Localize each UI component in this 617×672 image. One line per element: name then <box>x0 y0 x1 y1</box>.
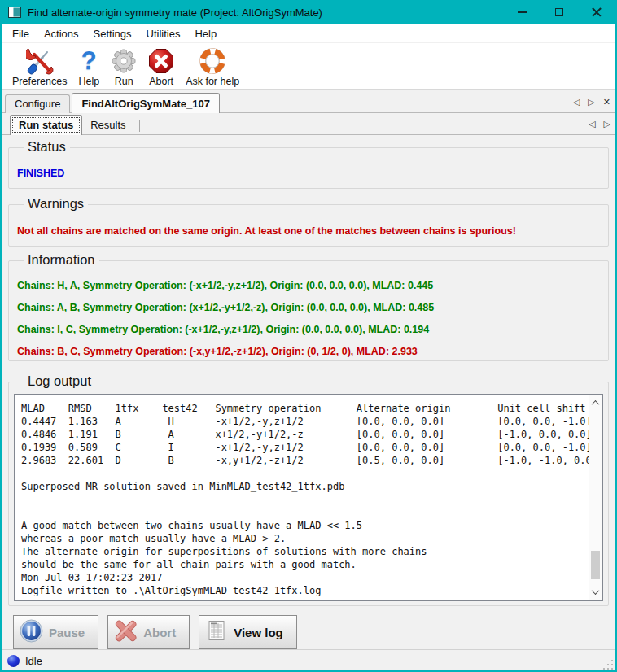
subtab-scroll-right-icon[interactable]: ▷ <box>604 120 610 129</box>
question-mark-icon: ? <box>81 46 97 76</box>
maximize-icon <box>555 8 563 16</box>
status-bar: Idle <box>2 649 615 672</box>
information-groupbox: Information Chains: H, A, Symmetry Opera… <box>8 260 609 361</box>
pause-button[interactable]: Pause <box>13 615 98 649</box>
status-groupbox: Status FINISHED <box>8 147 609 189</box>
minimize-icon <box>518 11 527 13</box>
abort-button[interactable]: Abort <box>142 46 180 88</box>
info-line: Chains: B, C, Symmetry Operation: (-x,y+… <box>9 346 608 357</box>
maximize-button[interactable] <box>540 0 578 24</box>
info-line: Chains: H, A, Symmetry Operation: (-x+1/… <box>9 280 608 291</box>
close-button[interactable] <box>578 0 615 24</box>
close-icon <box>592 7 602 17</box>
run-label: Run <box>115 76 133 87</box>
warning-message: Not all chains are matched on the same o… <box>9 225 608 237</box>
tab-close-icon[interactable]: ✕ <box>603 98 610 107</box>
app-window-icon <box>8 7 21 18</box>
preferences-button[interactable]: Preferences <box>7 46 72 88</box>
view-log-button-label: View log <box>234 626 283 639</box>
help-button[interactable]: ? Help <box>72 46 105 88</box>
menu-file[interactable]: File <box>5 26 37 41</box>
tab-run-status[interactable]: Run status <box>10 115 82 135</box>
menu-utilities[interactable]: Utilities <box>139 26 188 41</box>
ask-for-help-button[interactable]: Ask for help <box>180 46 245 88</box>
information-section-title: Information <box>24 252 99 268</box>
subtab-divider <box>139 120 140 132</box>
pause-icon <box>20 619 43 646</box>
status-section-title: Status <box>24 139 70 155</box>
window-title: Find alternate-origin symmetry mate (Pro… <box>28 7 503 19</box>
menu-actions[interactable]: Actions <box>37 26 86 41</box>
tools-icon <box>26 46 54 76</box>
scroll-down-icon[interactable] <box>589 586 602 598</box>
log-text: MLAD RMSD 1tfx test42 Symmetry operation… <box>15 395 602 600</box>
abort-button-label: Abort <box>143 626 176 639</box>
preferences-label: Preferences <box>12 76 67 87</box>
log-output-section-title: Log output <box>24 373 95 389</box>
menu-bar: File Actions Settings Utilities Help <box>2 24 615 43</box>
log-output-groupbox: Log output MLAD RMSD 1tfx test42 Symmetr… <box>8 382 609 606</box>
tab-configure[interactable]: Configure <box>5 94 70 113</box>
resize-grip[interactable] <box>603 660 613 670</box>
info-line: Chains: A, B, Symmetry Operation: (x+1/2… <box>9 302 608 313</box>
toolbar: Preferences ? Help Run <box>2 43 615 90</box>
idle-indicator-icon <box>7 655 20 667</box>
ask-for-help-label: Ask for help <box>186 76 239 87</box>
status-bar-text: Idle <box>25 655 42 667</box>
abort-action-button[interactable]: Abort <box>107 615 190 649</box>
view-log-button[interactable]: View log <box>199 615 297 649</box>
run-status-panel: Status FINISHED Warnings Not all chains … <box>2 135 615 649</box>
scroll-up-icon[interactable] <box>589 397 602 409</box>
tab-findaltorigsymmate-107[interactable]: FindAltOrigSymMate_107 <box>72 93 220 113</box>
menu-settings[interactable]: Settings <box>86 26 139 41</box>
title-bar: Find alternate-origin symmetry mate (Pro… <box>2 0 615 24</box>
menu-help[interactable]: Help <box>187 26 224 41</box>
action-button-row: Pause Abort <box>13 615 609 649</box>
sub-tab-bar: Run status Results ◁ ▷ <box>2 113 615 135</box>
status-value: FINISHED <box>9 168 608 179</box>
log-text-area[interactable]: MLAD RMSD 1tfx test42 Symmetry operation… <box>14 394 603 601</box>
gear-icon <box>111 46 137 76</box>
log-vertical-scrollbar[interactable] <box>589 395 602 600</box>
lifebuoy-icon <box>199 46 226 76</box>
log-document-icon <box>205 619 228 645</box>
main-tab-bar: Configure FindAltOrigSymMate_107 ◁ ▷ ✕ <box>2 90 615 113</box>
abort-label: Abort <box>149 76 173 87</box>
stop-icon <box>148 46 174 76</box>
run-button[interactable]: Run <box>105 46 142 88</box>
minimize-button[interactable] <box>503 0 540 24</box>
help-label: Help <box>78 76 99 87</box>
tab-scroll-right-icon[interactable]: ▷ <box>588 98 594 107</box>
pause-button-label: Pause <box>49 626 85 639</box>
warnings-section-title: Warnings <box>24 196 88 212</box>
abort-cross-icon <box>114 619 138 646</box>
warnings-groupbox: Warnings Not all chains are matched on t… <box>8 204 609 247</box>
tab-results[interactable]: Results <box>82 116 133 135</box>
scrollbar-thumb[interactable] <box>591 551 600 579</box>
tab-scroll-left-icon[interactable]: ◁ <box>573 98 580 107</box>
info-line: Chains: I, C, Symmetry Operation: (-x+1/… <box>9 324 608 335</box>
subtab-scroll-left-icon[interactable]: ◁ <box>589 120 595 129</box>
app-window: Find alternate-origin symmetry mate (Pro… <box>0 0 617 672</box>
